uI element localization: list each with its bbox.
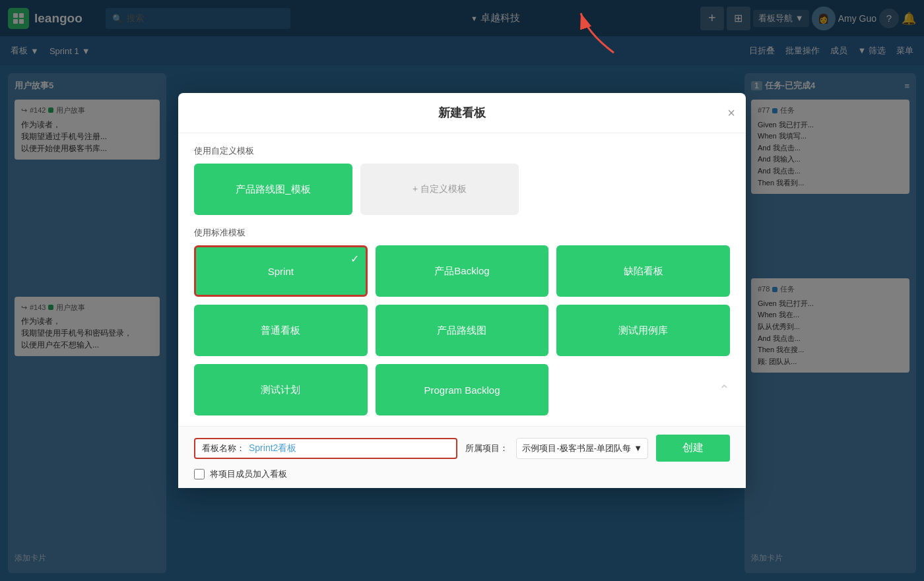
project-value: 示例项目-极客书屋-单团队每 — [522, 443, 631, 454]
member-checkbox[interactable] — [194, 469, 205, 479]
board-name-input[interactable] — [245, 442, 449, 455]
modal-title: 新建看板 — [438, 106, 486, 119]
template-normal-board[interactable]: 普通看板 — [194, 305, 368, 356]
sprint-check: ✓ — [350, 253, 359, 265]
template-spacer: ⌃ — [556, 364, 730, 415]
custom-section-label: 使用自定义模板 — [194, 145, 730, 157]
bottom-template-grid: 测试计划 Program Backlog ⌃ — [194, 364, 730, 415]
board-name-group: 看板名称： — [194, 438, 457, 459]
name-input-row: 看板名称： 所属项目： 示例项目-极客书屋-单团队每 ▼ 创建 — [194, 435, 730, 462]
modal-close-button[interactable]: × — [727, 106, 735, 121]
member-checkbox-label: 将项目成员加入看板 — [210, 468, 287, 480]
standard-template-grid: Sprint ✓ 产品Backlog 缺陷看板 普通看板 产品路线图 测试用例库 — [194, 245, 730, 356]
template-program-backlog[interactable]: Program Backlog — [376, 364, 549, 415]
board-name-label: 看板名称： — [202, 443, 245, 454]
custom-template-1[interactable]: 产品路线图_模板 — [194, 164, 352, 215]
template-test-plan[interactable]: 测试计划 — [194, 364, 368, 415]
template-bug-board[interactable]: 缺陷看板 — [556, 245, 730, 297]
project-label: 所属项目： — [465, 443, 508, 454]
template-product-backlog[interactable]: 产品Backlog — [376, 245, 549, 297]
modal: 新建看板 × 使用自定义模板 产品路线图_模板 + 自定义模板 使用标准模板 S… — [178, 93, 746, 488]
create-button[interactable]: 创建 — [656, 435, 730, 462]
checkbox-row: 将项目成员加入看板 — [194, 468, 730, 480]
project-select[interactable]: 示例项目-极客书屋-单团队每 ▼ — [516, 438, 648, 459]
modal-body: 使用自定义模板 产品路线图_模板 + 自定义模板 使用标准模板 Sprint ✓… — [178, 133, 746, 415]
sprint-label: Sprint — [268, 266, 294, 277]
custom-template-grid: 产品路线图_模板 + 自定义模板 — [194, 164, 730, 215]
modal-overlay[interactable]: 新建看板 × 使用自定义模板 产品路线图_模板 + 自定义模板 使用标准模板 S… — [0, 0, 924, 581]
template-product-roadmap[interactable]: 产品路线图 — [376, 305, 549, 356]
standard-section-label: 使用标准模板 — [194, 227, 730, 239]
add-custom-template[interactable]: + 自定义模板 — [360, 164, 519, 215]
template-test-library[interactable]: 测试用例库 — [556, 305, 730, 356]
scroll-indicator: ⌃ — [719, 382, 730, 398]
modal-footer: 看板名称： 所属项目： 示例项目-极客书屋-单团队每 ▼ 创建 将项目成员加入看… — [178, 426, 746, 488]
template-sprint[interactable]: Sprint ✓ — [194, 245, 368, 297]
project-arrow: ▼ — [634, 443, 642, 453]
modal-header: 新建看板 × — [178, 93, 746, 133]
